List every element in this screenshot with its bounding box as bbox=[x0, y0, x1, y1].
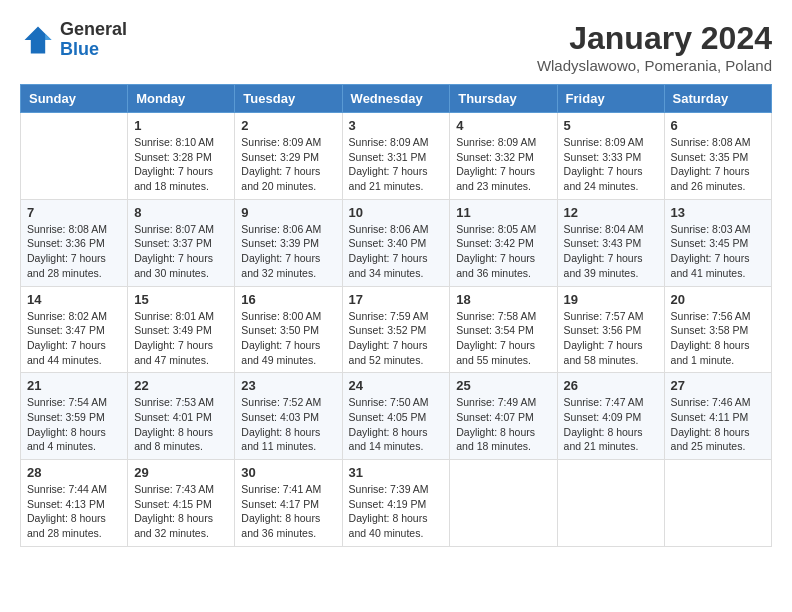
day-info: Sunrise: 7:44 AM Sunset: 4:13 PM Dayligh… bbox=[27, 482, 121, 541]
day-number: 23 bbox=[241, 378, 335, 393]
day-number: 13 bbox=[671, 205, 765, 220]
logo-icon bbox=[20, 22, 56, 58]
logo-blue: Blue bbox=[60, 40, 127, 60]
calendar-week-5: 28Sunrise: 7:44 AM Sunset: 4:13 PM Dayli… bbox=[21, 460, 772, 547]
day-info: Sunrise: 8:03 AM Sunset: 3:45 PM Dayligh… bbox=[671, 222, 765, 281]
day-number: 25 bbox=[456, 378, 550, 393]
calendar-cell: 28Sunrise: 7:44 AM Sunset: 4:13 PM Dayli… bbox=[21, 460, 128, 547]
day-info: Sunrise: 7:41 AM Sunset: 4:17 PM Dayligh… bbox=[241, 482, 335, 541]
day-info: Sunrise: 7:53 AM Sunset: 4:01 PM Dayligh… bbox=[134, 395, 228, 454]
calendar-cell: 15Sunrise: 8:01 AM Sunset: 3:49 PM Dayli… bbox=[128, 286, 235, 373]
day-number: 28 bbox=[27, 465, 121, 480]
calendar-week-2: 7Sunrise: 8:08 AM Sunset: 3:36 PM Daylig… bbox=[21, 199, 772, 286]
day-number: 2 bbox=[241, 118, 335, 133]
calendar-cell: 31Sunrise: 7:39 AM Sunset: 4:19 PM Dayli… bbox=[342, 460, 450, 547]
header-monday: Monday bbox=[128, 85, 235, 113]
day-number: 8 bbox=[134, 205, 228, 220]
day-info: Sunrise: 7:57 AM Sunset: 3:56 PM Dayligh… bbox=[564, 309, 658, 368]
day-info: Sunrise: 7:49 AM Sunset: 4:07 PM Dayligh… bbox=[456, 395, 550, 454]
day-info: Sunrise: 8:07 AM Sunset: 3:37 PM Dayligh… bbox=[134, 222, 228, 281]
day-number: 30 bbox=[241, 465, 335, 480]
day-info: Sunrise: 8:08 AM Sunset: 3:35 PM Dayligh… bbox=[671, 135, 765, 194]
calendar-cell: 18Sunrise: 7:58 AM Sunset: 3:54 PM Dayli… bbox=[450, 286, 557, 373]
calendar-cell: 21Sunrise: 7:54 AM Sunset: 3:59 PM Dayli… bbox=[21, 373, 128, 460]
calendar-cell: 14Sunrise: 8:02 AM Sunset: 3:47 PM Dayli… bbox=[21, 286, 128, 373]
day-info: Sunrise: 7:47 AM Sunset: 4:09 PM Dayligh… bbox=[564, 395, 658, 454]
day-number: 17 bbox=[349, 292, 444, 307]
day-info: Sunrise: 7:54 AM Sunset: 3:59 PM Dayligh… bbox=[27, 395, 121, 454]
day-info: Sunrise: 8:09 AM Sunset: 3:31 PM Dayligh… bbox=[349, 135, 444, 194]
day-info: Sunrise: 8:08 AM Sunset: 3:36 PM Dayligh… bbox=[27, 222, 121, 281]
day-number: 15 bbox=[134, 292, 228, 307]
calendar-cell: 19Sunrise: 7:57 AM Sunset: 3:56 PM Dayli… bbox=[557, 286, 664, 373]
location: Wladyslawowo, Pomerania, Poland bbox=[537, 57, 772, 74]
day-info: Sunrise: 7:39 AM Sunset: 4:19 PM Dayligh… bbox=[349, 482, 444, 541]
day-number: 11 bbox=[456, 205, 550, 220]
day-number: 12 bbox=[564, 205, 658, 220]
day-info: Sunrise: 7:58 AM Sunset: 3:54 PM Dayligh… bbox=[456, 309, 550, 368]
calendar-week-3: 14Sunrise: 8:02 AM Sunset: 3:47 PM Dayli… bbox=[21, 286, 772, 373]
svg-marker-1 bbox=[45, 33, 51, 39]
day-info: Sunrise: 8:05 AM Sunset: 3:42 PM Dayligh… bbox=[456, 222, 550, 281]
day-info: Sunrise: 8:06 AM Sunset: 3:40 PM Dayligh… bbox=[349, 222, 444, 281]
day-number: 21 bbox=[27, 378, 121, 393]
day-number: 4 bbox=[456, 118, 550, 133]
calendar-cell: 4Sunrise: 8:09 AM Sunset: 3:32 PM Daylig… bbox=[450, 113, 557, 200]
day-number: 5 bbox=[564, 118, 658, 133]
calendar-cell: 16Sunrise: 8:00 AM Sunset: 3:50 PM Dayli… bbox=[235, 286, 342, 373]
calendar-cell: 17Sunrise: 7:59 AM Sunset: 3:52 PM Dayli… bbox=[342, 286, 450, 373]
calendar-cell bbox=[557, 460, 664, 547]
logo-text: General Blue bbox=[60, 20, 127, 60]
header-sunday: Sunday bbox=[21, 85, 128, 113]
day-info: Sunrise: 8:02 AM Sunset: 3:47 PM Dayligh… bbox=[27, 309, 121, 368]
day-number: 3 bbox=[349, 118, 444, 133]
calendar-cell: 6Sunrise: 8:08 AM Sunset: 3:35 PM Daylig… bbox=[664, 113, 771, 200]
calendar-cell: 26Sunrise: 7:47 AM Sunset: 4:09 PM Dayli… bbox=[557, 373, 664, 460]
header-tuesday: Tuesday bbox=[235, 85, 342, 113]
day-info: Sunrise: 7:59 AM Sunset: 3:52 PM Dayligh… bbox=[349, 309, 444, 368]
day-number: 18 bbox=[456, 292, 550, 307]
day-info: Sunrise: 8:01 AM Sunset: 3:49 PM Dayligh… bbox=[134, 309, 228, 368]
day-number: 1 bbox=[134, 118, 228, 133]
calendar-cell: 5Sunrise: 8:09 AM Sunset: 3:33 PM Daylig… bbox=[557, 113, 664, 200]
day-info: Sunrise: 8:06 AM Sunset: 3:39 PM Dayligh… bbox=[241, 222, 335, 281]
day-number: 16 bbox=[241, 292, 335, 307]
title-block: January 2024 Wladyslawowo, Pomerania, Po… bbox=[537, 20, 772, 74]
day-info: Sunrise: 7:52 AM Sunset: 4:03 PM Dayligh… bbox=[241, 395, 335, 454]
day-number: 6 bbox=[671, 118, 765, 133]
day-number: 22 bbox=[134, 378, 228, 393]
day-number: 24 bbox=[349, 378, 444, 393]
day-info: Sunrise: 8:09 AM Sunset: 3:29 PM Dayligh… bbox=[241, 135, 335, 194]
logo: General Blue bbox=[20, 20, 127, 60]
day-number: 9 bbox=[241, 205, 335, 220]
calendar-cell: 1Sunrise: 8:10 AM Sunset: 3:28 PM Daylig… bbox=[128, 113, 235, 200]
day-info: Sunrise: 7:46 AM Sunset: 4:11 PM Dayligh… bbox=[671, 395, 765, 454]
day-number: 7 bbox=[27, 205, 121, 220]
day-info: Sunrise: 8:10 AM Sunset: 3:28 PM Dayligh… bbox=[134, 135, 228, 194]
day-info: Sunrise: 8:09 AM Sunset: 3:32 PM Dayligh… bbox=[456, 135, 550, 194]
day-info: Sunrise: 8:04 AM Sunset: 3:43 PM Dayligh… bbox=[564, 222, 658, 281]
calendar-cell bbox=[21, 113, 128, 200]
calendar-cell bbox=[664, 460, 771, 547]
logo-general: General bbox=[60, 20, 127, 40]
header-saturday: Saturday bbox=[664, 85, 771, 113]
calendar-week-1: 1Sunrise: 8:10 AM Sunset: 3:28 PM Daylig… bbox=[21, 113, 772, 200]
header-friday: Friday bbox=[557, 85, 664, 113]
day-number: 19 bbox=[564, 292, 658, 307]
calendar-cell: 10Sunrise: 8:06 AM Sunset: 3:40 PM Dayli… bbox=[342, 199, 450, 286]
calendar-cell: 7Sunrise: 8:08 AM Sunset: 3:36 PM Daylig… bbox=[21, 199, 128, 286]
day-number: 10 bbox=[349, 205, 444, 220]
calendar-cell: 22Sunrise: 7:53 AM Sunset: 4:01 PM Dayli… bbox=[128, 373, 235, 460]
calendar-cell bbox=[450, 460, 557, 547]
calendar-cell: 23Sunrise: 7:52 AM Sunset: 4:03 PM Dayli… bbox=[235, 373, 342, 460]
calendar-cell: 30Sunrise: 7:41 AM Sunset: 4:17 PM Dayli… bbox=[235, 460, 342, 547]
calendar-cell: 9Sunrise: 8:06 AM Sunset: 3:39 PM Daylig… bbox=[235, 199, 342, 286]
calendar-cell: 3Sunrise: 8:09 AM Sunset: 3:31 PM Daylig… bbox=[342, 113, 450, 200]
calendar-cell: 11Sunrise: 8:05 AM Sunset: 3:42 PM Dayli… bbox=[450, 199, 557, 286]
calendar-cell: 2Sunrise: 8:09 AM Sunset: 3:29 PM Daylig… bbox=[235, 113, 342, 200]
day-info: Sunrise: 7:56 AM Sunset: 3:58 PM Dayligh… bbox=[671, 309, 765, 368]
day-number: 20 bbox=[671, 292, 765, 307]
day-number: 31 bbox=[349, 465, 444, 480]
header-wednesday: Wednesday bbox=[342, 85, 450, 113]
calendar-body: 1Sunrise: 8:10 AM Sunset: 3:28 PM Daylig… bbox=[21, 113, 772, 547]
